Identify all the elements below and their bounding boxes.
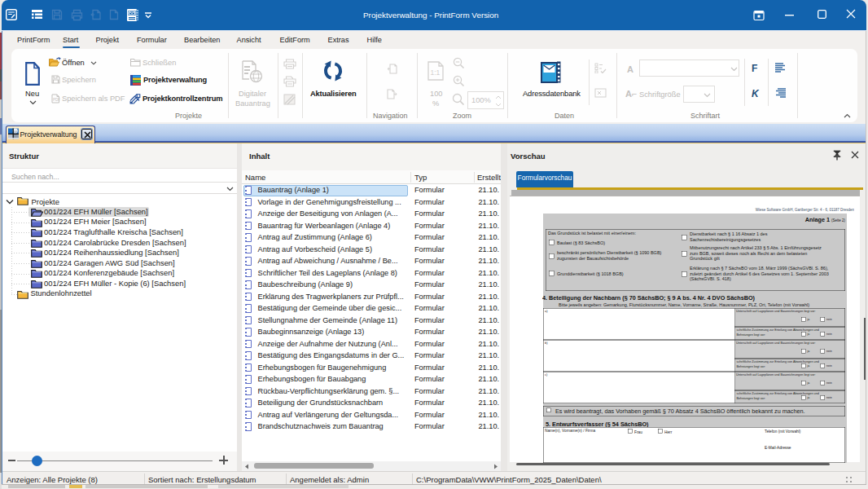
svg-text:PDF: PDF	[53, 97, 60, 101]
svg-text:1:1: 1:1	[431, 68, 441, 77]
